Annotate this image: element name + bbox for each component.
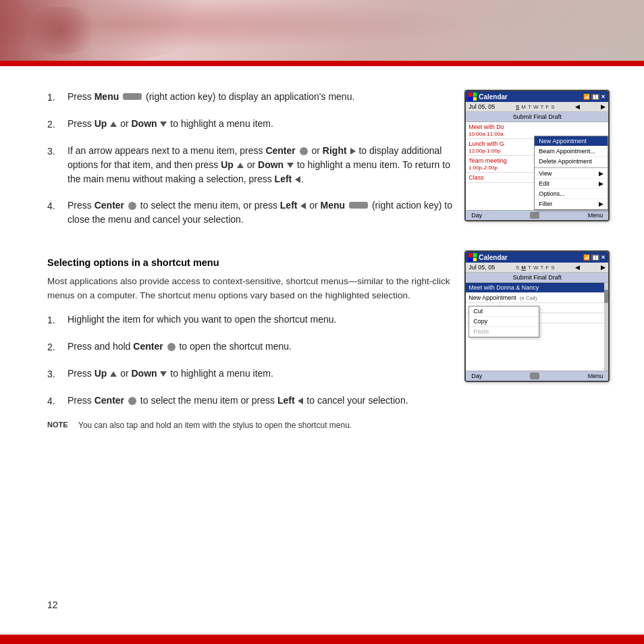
pda-scroll-thumb-2[interactable] <box>604 290 608 303</box>
pda-shortcut-menu: Cut Copy Paste <box>468 306 539 338</box>
pda-days-row-1: S M T W T F S <box>516 104 555 110</box>
key-center-s4: Center <box>95 395 124 406</box>
note-line: NOTE You can also tap and hold an item w… <box>47 421 458 430</box>
pda-sc-cut[interactable]: Cut <box>469 306 539 317</box>
pda-day2-m1: M <box>521 265 526 271</box>
pda-date-1: Jul 05, 05 <box>468 103 495 110</box>
center-key-icon-s4 <box>128 397 136 405</box>
pda-dd-options[interactable]: Options... <box>535 189 608 199</box>
step-4: 4. Press Center to select the menu item,… <box>47 198 458 227</box>
key-down-2: Down <box>131 118 157 129</box>
pda-dd-filter[interactable]: Filter ▶ <box>535 199 608 209</box>
left-arrow-s4 <box>298 398 303 404</box>
step-3: 3. If an arrow appears next to a menu it… <box>47 144 458 186</box>
windows-flag-icon-2 <box>468 253 477 261</box>
pda-bottom-left-2[interactable]: Day <box>471 373 482 379</box>
pda-body-1: Meet with Do 10:00a-11:00a Lunch with G … <box>466 122 608 210</box>
pda-sc-copy[interactable]: Copy <box>469 317 539 327</box>
pda-bottombar-1: Day Menu <box>466 210 608 220</box>
pda-dropdown-menu-1: New Appointment Beam Appointment... Dele… <box>534 136 608 210</box>
pda-signal-icon-2: 📶 <box>583 254 590 261</box>
pda-day2-t2: T <box>540 265 543 271</box>
step-text-1: Press Menu (right action key) to display… <box>68 90 458 105</box>
pda-dd-delete-appt[interactable]: Delete Appointment <box>535 157 608 167</box>
pda-title-icons-1: 📶 ▮▮ ✕ <box>583 94 606 100</box>
pda-screenshot-1: Calendar 📶 ▮▮ ✕ Jul 05, 05 S M T <box>464 90 610 239</box>
section2-body: Most applications also provide access to… <box>47 275 458 303</box>
section2-layout: Selecting options in a shortcut menu Mos… <box>47 250 610 430</box>
pda-sc-paste: Paste <box>469 327 539 337</box>
pda-title-text-2: Calendar <box>479 254 508 261</box>
pda-nav-right-2[interactable]: ▶ <box>601 264 606 271</box>
right-arrow-3 <box>350 148 356 155</box>
pda-close-icon[interactable]: ✕ <box>601 94 606 100</box>
section2-text: Selecting options in a shortcut menu Mos… <box>47 250 458 430</box>
pda-keyboard-icon-1[interactable] <box>530 212 539 219</box>
step-stext-3: Press Up or Down to highlight a menu ite… <box>68 367 458 381</box>
key-left-3: Left <box>275 173 292 184</box>
pda-nav-right-1[interactable]: ▶ <box>601 103 606 110</box>
step-num-4: 4. <box>47 198 68 227</box>
pda-screen-2: Calendar 📶 ▮▮ ✕ Jul 05, 05 S M <box>464 250 610 382</box>
up-arrow-2 <box>110 122 117 127</box>
key-left-s4: Left <box>277 395 295 406</box>
pda-battery-icon: ▮▮ <box>591 94 599 100</box>
pda-date-bar-2: Jul 05, 05 S M T W T F S ◀ ▶ <box>466 263 608 273</box>
pda-day2-s2: S <box>551 265 554 271</box>
step-num-2: 2. <box>47 117 68 132</box>
pda-title-text-1: Calendar <box>479 93 508 101</box>
left-arrow-3 <box>295 176 300 183</box>
step-stext-1: Highlight the item for which you want to… <box>68 313 458 327</box>
pda-close-icon-2[interactable]: ✕ <box>601 254 606 261</box>
key-center-4: Center <box>95 200 124 211</box>
pda-body-2: Meet with Donna & Nancy New Appointment … <box>466 283 608 371</box>
pda-day-w1: W <box>533 104 539 110</box>
pda-titlebar-1: Calendar 📶 ▮▮ ✕ <box>466 91 608 102</box>
pda-screen-1: Calendar 📶 ▮▮ ✕ Jul 05, 05 S M T <box>464 90 610 221</box>
step-2: 2. Press Up or Down to highlight a menu … <box>47 117 458 132</box>
pda-dd-beam-appt[interactable]: Beam Appointment... <box>535 146 608 157</box>
pda-screenshot-2: Calendar 📶 ▮▮ ✕ Jul 05, 05 S M <box>464 250 610 430</box>
pda-day-t1: T <box>528 104 531 110</box>
step-1: 1. Press Menu (right action key) to disp… <box>47 90 458 105</box>
up-arrow-s3 <box>110 371 117 377</box>
pda-title-icons-2: 📶 ▮▮ ✕ <box>583 254 606 261</box>
pda-nav-left-2[interactable]: ◀ <box>575 264 580 271</box>
pda-bottom-right-1[interactable]: Menu <box>588 212 603 219</box>
step-snum-3: 3. <box>47 367 68 381</box>
step-stext-2: Press and hold Center to open the shortc… <box>68 340 458 354</box>
pda-keyboard-icon-2[interactable] <box>530 373 539 379</box>
pda-nav-left-1[interactable]: ◀ <box>575 103 580 110</box>
pda-cal2-item-2: New Appointment (e Call) <box>466 293 608 303</box>
pda-submit-2: Submit Final Draft <box>466 273 608 283</box>
pda-day2-t1: T <box>528 265 531 271</box>
pda-day-f1: F <box>545 104 549 110</box>
pda-submit-1: Submit Final Draft <box>466 112 608 122</box>
pda-bottom-right-2[interactable]: Menu <box>588 373 603 379</box>
pda-scrollbar-2[interactable] <box>604 283 608 371</box>
left-arrow-4 <box>300 203 306 209</box>
step-snum-2: 2. <box>47 340 68 354</box>
pda-dd-divider <box>535 167 608 168</box>
step-s1: 1. Highlight the item for which you want… <box>47 313 458 327</box>
pda-dd-edit[interactable]: Edit ▶ <box>535 179 608 189</box>
key-menu-1: Menu <box>95 91 119 102</box>
pda-bottom-left-1[interactable]: Day <box>471 212 482 219</box>
step-num-3: 3. <box>47 144 68 186</box>
step-s3: 3. Press Up or Down to highlight a menu … <box>47 367 458 381</box>
step-text-2: Press Up or Down to highlight a menu ite… <box>68 117 458 132</box>
key-center-3: Center <box>265 145 295 156</box>
up-arrow-3 <box>237 163 244 168</box>
pda-signal-icon: 📶 <box>583 94 590 100</box>
section2-heading: Selecting options in a shortcut menu <box>47 257 458 268</box>
step-num-1: 1. <box>47 90 68 105</box>
step-text-3: If an arrow appears next to a menu item,… <box>68 144 458 186</box>
menu-key-icon-4 <box>349 202 368 209</box>
section2: Selecting options in a shortcut menu Mos… <box>47 247 610 430</box>
pda-date-2: Jul 05, 05 <box>468 264 495 271</box>
step-text-4: Press Center to select the menu item, or… <box>68 198 458 227</box>
step-stext-4: Press Center to select the menu item or … <box>68 394 458 408</box>
red-accent-bar-bottom <box>0 635 644 644</box>
pda-dd-new-appt[interactable]: New Appointment <box>535 136 608 146</box>
pda-dd-view[interactable]: View ▶ <box>535 169 608 179</box>
